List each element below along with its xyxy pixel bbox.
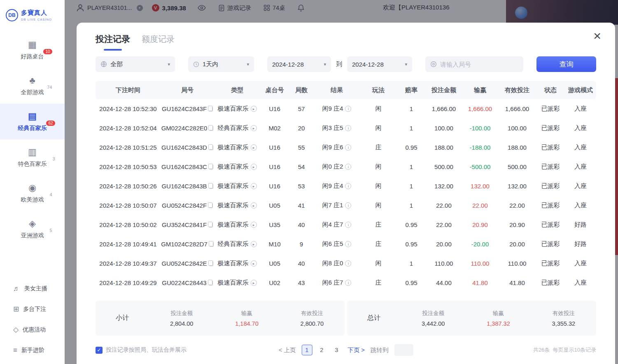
info-icon[interactable]: i [345, 164, 351, 170]
replay-icon[interactable]: ▸ [251, 125, 257, 131]
copy-icon[interactable] [209, 145, 213, 150]
sidebar-item-label: 新手进阶 [21, 347, 44, 354]
copy-icon[interactable] [209, 223, 213, 227]
sidebar-item-label: 好路桌台 [21, 53, 44, 60]
date-pickers: 2024-12-28 ▾ 到 2024-12-28 ▾ [267, 56, 412, 72]
cell-game-type: 极速百家乐 ▸ [214, 279, 260, 287]
page-button[interactable]: 2 [316, 345, 327, 355]
cell-bet-time: 2024-12-28 10:50:07 [96, 202, 161, 209]
cell-odds: 1 [397, 105, 426, 112]
sidebar-item[interactable]: ♬ 美女主播 [0, 278, 65, 299]
table-row: 2024-12-28 10:51:25 GU1624C2843D 极速百家乐 ▸… [96, 138, 596, 157]
filter-bar: 全部 ▾ 1天内 ▾ 2024-12-28 ▾ 到 2024-12-28 ▾ [96, 56, 596, 72]
info-icon[interactable]: i [345, 222, 351, 228]
brand-title: 多寶真人 [21, 9, 52, 17]
date-from-value: 2024-12-28 [272, 61, 304, 68]
date-to-picker[interactable]: 2024-12-28 ▾ [347, 56, 412, 72]
cell-play-type: 庄 [360, 240, 397, 248]
sidebar-item-badge: 3 [52, 156, 55, 161]
info-icon[interactable]: i [345, 144, 351, 151]
cell-game-type: 经典百家乐 ▸ [214, 240, 260, 248]
jump-to-input[interactable] [394, 344, 413, 356]
cell-status: 已派彩 [536, 105, 565, 113]
replay-icon[interactable]: ▸ [251, 222, 257, 228]
table-header-cell: 有效投注 [498, 86, 536, 94]
copy-icon[interactable] [209, 261, 213, 266]
cell-win-loss: 22.00 [462, 202, 498, 209]
cell-round-count: 53 [289, 183, 314, 190]
copy-icon[interactable] [209, 126, 213, 131]
round-id-search-field[interactable] [425, 56, 523, 72]
info-icon[interactable]: i [345, 241, 351, 247]
cell-status: 已派彩 [536, 124, 565, 132]
modal-tab[interactable]: 额度记录 [142, 34, 175, 51]
copy-icon[interactable] [209, 184, 213, 189]
table-header-cell: 投注金额 [426, 86, 462, 94]
sidebar-item[interactable]: ♣ 全部游戏 74 [0, 68, 65, 104]
sidebar-item[interactable]: ◉ 欧美游戏 4 [0, 175, 65, 211]
good-road-tables-icon: ▦ [28, 39, 37, 50]
cell-result: 闲9 庄4 i [314, 105, 360, 113]
cell-bet-time: 2024-12-28 10:49:29 [96, 279, 161, 286]
page-button[interactable]: 3 [331, 345, 342, 355]
sidebar-item[interactable]: ≡ 新手进阶 [0, 340, 65, 361]
info-icon[interactable]: i [345, 183, 351, 189]
replay-icon[interactable]: ▸ [251, 260, 257, 267]
info-icon[interactable]: i [345, 106, 351, 112]
cell-round-id: GU3524C2841F [161, 221, 214, 228]
sidebar-item-label: 欧美游戏 [21, 196, 44, 203]
prev-page-button[interactable]: < 上页 [279, 346, 296, 354]
date-range-value: 1天内 [203, 60, 218, 68]
cell-bet-amount: 100.00 [426, 125, 462, 132]
round-id-input[interactable] [440, 61, 518, 68]
copy-icon[interactable] [209, 203, 213, 208]
sidebar-item[interactable]: ◇ 优惠活动 [0, 320, 65, 340]
next-page-button[interactable]: 下页 > [347, 346, 365, 354]
cell-play-type: 闲 [360, 260, 397, 267]
sidebar-item-label: 多台下注 [23, 306, 46, 313]
date-range-dropdown[interactable]: 1天内 ▾ [188, 56, 254, 72]
cell-valid-bet: 41.80 [498, 279, 536, 286]
merge-records-checkbox[interactable]: ✓ 投注记录按照局、玩法合并展示 [96, 346, 187, 354]
copy-icon[interactable] [209, 165, 213, 169]
sidebar-item-badge: 62 [46, 121, 55, 126]
page-button[interactable]: 1 [301, 345, 312, 355]
brand-logo[interactable]: DB 多寶真人 DB LIVE CASINO [0, 0, 65, 21]
close-icon[interactable]: × [593, 29, 601, 42]
sidebar-item[interactable]: ▤ 经典百家乐 62 [0, 104, 65, 139]
search-button[interactable]: 查询 [536, 56, 596, 72]
asian-games-icon: ◈ [29, 218, 36, 229]
replay-icon[interactable]: ▸ [251, 202, 257, 209]
checkbox-checked-icon[interactable]: ✓ [96, 347, 103, 354]
category-dropdown[interactable]: 全部 ▾ [96, 56, 175, 72]
cell-status: 已派彩 [536, 144, 565, 151]
cell-round-count: 40 [289, 221, 314, 228]
table-header-cell: 玩法 [360, 86, 397, 94]
replay-icon[interactable]: ▸ [251, 280, 257, 286]
cell-play-type: 闲 [360, 163, 397, 171]
info-icon[interactable]: i [345, 125, 351, 131]
cell-game-mode: 入座 [565, 163, 596, 171]
merge-records-label: 投注记录按照局、玩法合并展示 [106, 346, 187, 354]
table-header-cell: 类型 [214, 86, 260, 94]
info-icon[interactable]: i [345, 202, 351, 209]
date-from-picker[interactable]: 2024-12-28 ▾ [267, 56, 331, 72]
replay-icon[interactable]: ▸ [251, 164, 257, 170]
info-icon[interactable]: i [345, 280, 351, 286]
info-icon[interactable]: i [345, 260, 351, 267]
replay-icon[interactable]: ▸ [251, 144, 257, 151]
table-row: 2024-12-28 10:50:02 GU3524C2841F 极速百家乐 ▸… [96, 215, 596, 234]
replay-icon[interactable]: ▸ [251, 183, 257, 189]
copy-icon[interactable] [209, 107, 213, 111]
sidebar-item[interactable]: ⊞ 多台下注 [0, 299, 65, 320]
total-label: 总计 [347, 314, 401, 322]
modal-tab[interactable]: 投注记录 [96, 33, 130, 51]
sidebar-item[interactable]: ▦ 好路桌台 10 [0, 32, 65, 68]
replay-icon[interactable]: ▸ [251, 106, 257, 112]
cell-valid-bet: 1,666.00 [498, 105, 536, 112]
copy-icon[interactable] [209, 281, 213, 285]
copy-icon[interactable] [210, 242, 214, 247]
sidebar-item[interactable]: ▥ 特色百家乐 3 [0, 139, 65, 175]
replay-icon[interactable]: ▸ [251, 241, 257, 247]
sidebar-item[interactable]: ◈ 亚洲游戏 5 [0, 211, 65, 247]
